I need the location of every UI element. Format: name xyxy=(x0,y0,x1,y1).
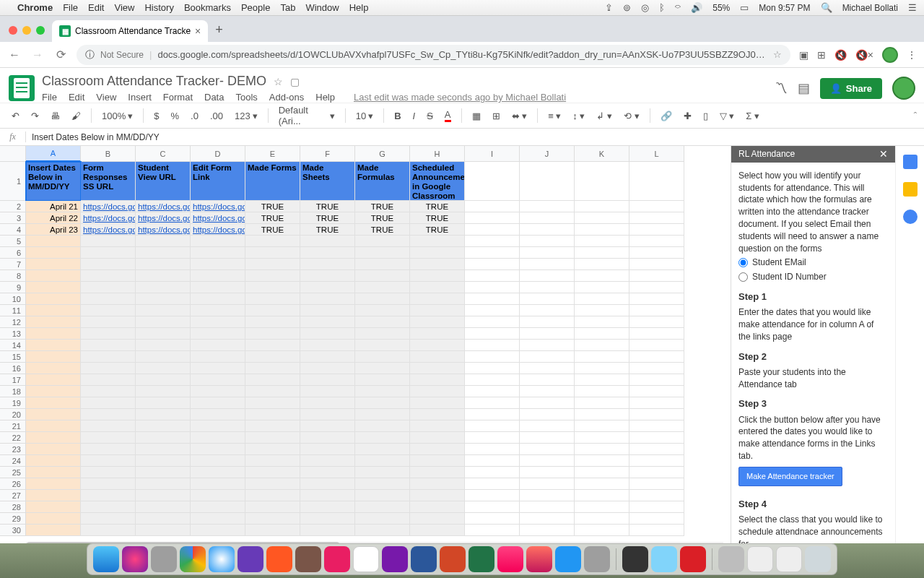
cell[interactable] xyxy=(300,247,355,259)
cell[interactable] xyxy=(136,501,191,513)
cell[interactable] xyxy=(245,420,300,432)
cell[interactable] xyxy=(136,420,191,432)
cell[interactable] xyxy=(300,397,355,409)
cell[interactable] xyxy=(410,455,465,467)
cell[interactable] xyxy=(355,316,410,328)
cell[interactable] xyxy=(136,293,191,305)
cell[interactable] xyxy=(136,455,191,467)
cell[interactable] xyxy=(575,525,629,536)
menu-history[interactable]: History xyxy=(144,2,173,13)
cell[interactable] xyxy=(575,259,629,270)
col-header[interactable]: K xyxy=(575,146,629,162)
header-cell[interactable]: Made Formulas xyxy=(355,162,410,201)
cell[interactable] xyxy=(410,282,465,293)
app-icon[interactable] xyxy=(266,546,292,572)
cell[interactable] xyxy=(410,259,465,270)
cell[interactable] xyxy=(465,513,520,525)
cell[interactable] xyxy=(81,513,136,525)
col-header[interactable]: G xyxy=(355,146,410,162)
cell[interactable] xyxy=(26,236,81,247)
cell[interactable] xyxy=(136,282,191,293)
cell[interactable] xyxy=(629,340,684,351)
cell[interactable] xyxy=(520,467,575,478)
cell[interactable] xyxy=(300,478,355,490)
clock[interactable]: Mon 9:57 PM xyxy=(759,3,810,13)
account-avatar[interactable] xyxy=(892,77,915,100)
cell[interactable] xyxy=(26,467,81,478)
cell[interactable] xyxy=(26,305,81,316)
menu-data[interactable]: Data xyxy=(204,92,224,103)
cell[interactable] xyxy=(191,316,245,328)
cell[interactable] xyxy=(575,340,629,351)
cell[interactable] xyxy=(410,236,465,247)
cell[interactable] xyxy=(520,478,575,490)
cell[interactable] xyxy=(629,444,684,455)
cell[interactable] xyxy=(465,374,520,386)
user-menu[interactable]: Michael Bollati xyxy=(842,3,898,13)
cell[interactable] xyxy=(81,328,136,340)
col-header[interactable]: A xyxy=(26,146,81,162)
cell[interactable] xyxy=(355,293,410,305)
cell[interactable] xyxy=(245,247,300,259)
cell[interactable] xyxy=(191,467,245,478)
cell[interactable] xyxy=(355,247,410,259)
cell[interactable] xyxy=(410,409,465,420)
cell[interactable] xyxy=(245,432,300,444)
cell[interactable] xyxy=(520,328,575,340)
cell[interactable] xyxy=(355,374,410,386)
cell[interactable] xyxy=(410,386,465,397)
cell[interactable] xyxy=(575,513,629,525)
cell[interactable] xyxy=(575,270,629,282)
cell[interactable] xyxy=(245,397,300,409)
finder-icon[interactable] xyxy=(93,546,119,572)
cell[interactable] xyxy=(245,467,300,478)
cell[interactable] xyxy=(629,236,684,247)
cell[interactable] xyxy=(410,525,465,536)
col-header[interactable]: I xyxy=(465,146,520,162)
cell[interactable] xyxy=(26,247,81,259)
header-cell[interactable]: Made Sheets xyxy=(300,162,355,201)
cell[interactable] xyxy=(136,340,191,351)
cell[interactable] xyxy=(191,293,245,305)
cell[interactable] xyxy=(355,363,410,374)
cell[interactable] xyxy=(629,212,684,224)
col-header[interactable]: J xyxy=(520,146,575,162)
wrap[interactable]: ↲ ▾ xyxy=(592,108,616,124)
cell[interactable] xyxy=(26,282,81,293)
cell[interactable] xyxy=(136,247,191,259)
cell[interactable] xyxy=(81,270,136,282)
borders[interactable]: ⊞ xyxy=(488,108,505,124)
cell[interactable] xyxy=(245,490,300,501)
cell[interactable]: TRUE xyxy=(410,212,465,224)
cell[interactable] xyxy=(410,513,465,525)
cell[interactable] xyxy=(465,351,520,363)
cell[interactable] xyxy=(629,247,684,259)
col-header[interactable]: E xyxy=(245,146,300,162)
cell[interactable] xyxy=(629,363,684,374)
calendar-icon[interactable] xyxy=(353,546,379,572)
cell[interactable] xyxy=(465,212,520,224)
text-color[interactable]: A xyxy=(440,106,456,125)
menu-help[interactable]: Help xyxy=(315,92,335,103)
cell[interactable]: TRUE xyxy=(355,212,410,224)
cell[interactable] xyxy=(191,374,245,386)
cell[interactable] xyxy=(191,513,245,525)
cell[interactable] xyxy=(245,513,300,525)
cell[interactable]: TRUE xyxy=(300,212,355,224)
cell[interactable] xyxy=(520,525,575,536)
cell[interactable] xyxy=(355,455,410,467)
cell[interactable] xyxy=(575,351,629,363)
cell[interactable] xyxy=(575,386,629,397)
star-doc-icon[interactable]: ☆ xyxy=(274,76,283,87)
volume-icon[interactable]: 🔊 xyxy=(691,2,702,13)
cell[interactable]: https://docs.gooc xyxy=(136,224,191,236)
cell[interactable] xyxy=(410,293,465,305)
cell[interactable] xyxy=(629,224,684,236)
launchpad-icon[interactable] xyxy=(151,546,177,572)
cell[interactable] xyxy=(575,363,629,374)
cell[interactable] xyxy=(81,420,136,432)
folder-icon[interactable] xyxy=(651,546,677,572)
cell[interactable] xyxy=(410,420,465,432)
cell[interactable] xyxy=(465,490,520,501)
cell[interactable] xyxy=(26,374,81,386)
